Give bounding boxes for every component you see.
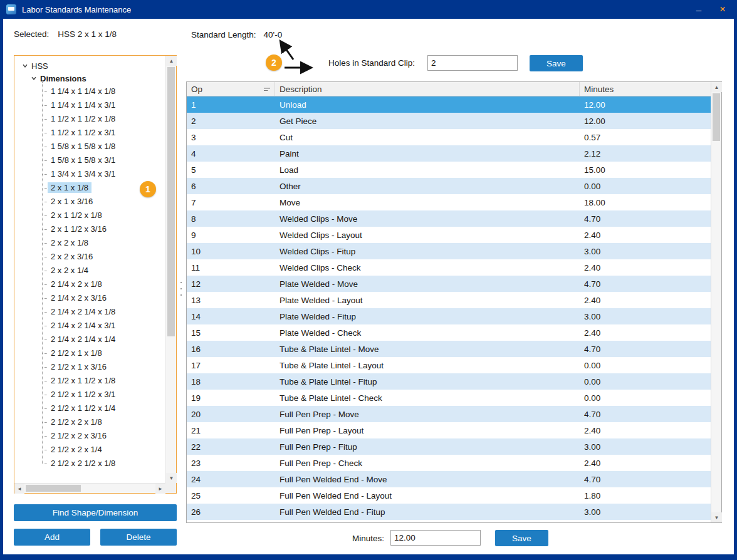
table-row[interactable]: 20Full Pen Prep - Move4.70 [187,406,711,422]
table-row[interactable]: 17Tube & Plate Lintel - Layout0.00 [187,357,711,373]
table-row[interactable]: 23Full Pen Prep - Check2.40 [187,455,711,471]
tree-item[interactable]: 2 x 1 1/2 x 1/8 [14,209,165,222]
tree-item-label: 1 1/2 x 1 1/2 x 3/1 [48,127,118,138]
minutes-input[interactable] [390,530,481,546]
table-row[interactable]: 7Move18.00 [187,194,711,210]
tree-item[interactable]: 2 x 1 1/2 x 3/16 [14,222,165,236]
tree-item[interactable]: 2 x 2 x 1/4 [14,264,165,277]
table-row[interactable]: 5Load15.00 [187,162,711,178]
chevron-down-icon [22,63,28,69]
table-row[interactable]: 19Tube & Plate Lintel - Check0.00 [187,390,711,406]
tree-item-label: 2 1/2 x 2 x 1/4 [48,444,105,455]
desc-cell: Other [275,182,580,191]
tree-item[interactable]: 2 1/2 x 2 x 3/16 [14,429,165,443]
column-header-op[interactable]: Op [187,82,275,96]
tree-item[interactable]: 1 5/8 x 1 5/8 x 3/1 [14,153,165,167]
tree-item[interactable]: 2 1/2 x 1 1/2 x 1/8 [14,374,165,388]
tree-hscroll-thumb[interactable] [26,485,81,492]
tree-node-dimensions[interactable]: Dimensions [14,72,165,85]
add-button[interactable]: Add [14,529,90,546]
grid-vscroll-thumb[interactable] [713,93,720,141]
tree-item-label: 2 1/2 x 1 x 3/16 [48,361,110,372]
op-cell: 7 [187,198,275,207]
column-header-minutes[interactable]: Minutes [580,82,711,96]
tree-item[interactable]: 2 1/4 x 2 x 3/16 [14,291,165,305]
table-row[interactable]: 13Plate Welded - Layout2.40 [187,292,711,308]
tree-item-label: 2 x 1 1/2 x 3/16 [48,224,110,234]
table-row[interactable]: 4Paint2.12 [187,145,711,162]
table-row[interactable]: 18Tube & Plate Lintel - Fitup0.00 [187,373,711,390]
tree-item-label: 1 1/4 x 1 1/4 x 1/8 [48,86,118,96]
table-row[interactable]: 16Tube & Plate Lintel - Move4.70 [187,341,711,357]
table-row[interactable]: 14Plate Welded - Fitup3.00 [187,308,711,324]
table-row[interactable]: 15Plate Welded - Check2.40 [187,324,711,341]
tree-item[interactable]: 1 1/2 x 1 1/2 x 1/8 [14,112,165,126]
tree-item[interactable]: 2 1/4 x 2 1/4 x 3/1 [14,319,165,333]
tree-item[interactable]: 1 1/2 x 1 1/2 x 3/1 [14,126,165,140]
save-holes-button[interactable]: Save [530,55,583,71]
op-cell: 8 [187,214,275,224]
tree-item[interactable]: 1 3/4 x 1 3/4 x 3/1 [14,167,165,181]
table-row[interactable]: 22Full Pen Prep - Fitup3.00 [187,438,711,455]
shape-tree: HSS Dimensions 1 1/4 x 1 1/4 x 1/81 1/4 … [14,56,165,483]
table-row[interactable]: 1Unload12.00 [187,96,711,113]
close-button[interactable]: × [712,0,733,19]
splitter-handle[interactable] [179,282,183,296]
tree-horizontal-scrollbar[interactable]: ◄ ► [14,483,165,493]
find-shape-dimension-button[interactable]: Find Shape/Dimension [14,504,177,521]
tree-item[interactable]: 2 x 2 x 3/16 [14,250,165,264]
table-row[interactable]: 11Welded Clips - Check2.40 [187,259,711,276]
tree-item[interactable]: 2 x 1 x 3/16 [14,195,165,209]
tree-vscroll-thumb[interactable] [167,67,175,336]
table-row[interactable]: 9Welded Clips - Layout2.40 [187,227,711,243]
column-header-description[interactable]: Description [275,82,580,96]
selected-shape-line: Selected:HSS 2 x 1 x 1/8 [14,29,117,39]
grid-vertical-scrollbar[interactable]: ▲ ▼ [711,82,721,522]
scroll-left-icon[interactable]: ◄ [14,484,24,494]
tree-item[interactable]: 2 1/2 x 1 x 1/8 [14,346,165,360]
minimize-button[interactable]: – [688,0,709,19]
tree-item[interactable]: 2 1/4 x 2 1/4 x 1/4 [14,333,165,346]
table-row[interactable]: 8Welded Clips - Move4.70 [187,210,711,227]
tree-item[interactable]: 2 1/4 x 2 x 1/8 [14,277,165,291]
tree-node-hss[interactable]: HSS [14,60,165,72]
op-cell: 9 [187,231,275,240]
op-cell: 25 [187,491,275,500]
tree-item[interactable]: 1 5/8 x 1 5/8 x 1/8 [14,140,165,153]
scroll-up-icon[interactable]: ▲ [711,82,722,92]
table-row[interactable]: 3Cut0.57 [187,129,711,145]
tree-item[interactable]: 2 1/2 x 1 x 3/16 [14,360,165,374]
save-minutes-button[interactable]: Save [495,530,548,546]
scroll-right-icon[interactable]: ► [155,484,165,494]
table-row[interactable]: 24Full Pen Welded End - Move4.70 [187,471,711,487]
desc-cell: Unload [275,100,580,110]
tree-item[interactable]: 2 1/4 x 2 1/4 x 1/8 [14,305,165,319]
tree-item-label: 2 x 2 x 1/4 [48,265,91,276]
tree-item[interactable]: 2 1/2 x 1 1/2 x 3/1 [14,388,165,402]
minutes-cell: 15.00 [580,165,711,175]
table-row[interactable]: 10Welded Clips - Fitup3.00 [187,243,711,259]
desc-cell: Full Pen Welded End - Move [275,475,580,484]
scroll-up-icon[interactable]: ▲ [166,56,177,66]
tree-item[interactable]: 2 1/2 x 2 x 1/8 [14,415,165,429]
tree-item[interactable]: 2 1/2 x 1 1/2 x 1/4 [14,402,165,415]
scroll-down-icon[interactable]: ▼ [711,512,722,522]
desc-cell: Tube & Plate Lintel - Layout [275,361,580,370]
table-row[interactable]: 12Plate Welded - Move4.70 [187,276,711,292]
op-cell: 21 [187,426,275,435]
desc-cell: Load [275,165,580,175]
table-row[interactable]: 21Full Pen Prep - Layout2.40 [187,422,711,438]
scroll-down-icon[interactable]: ▼ [166,473,177,483]
holes-in-standard-clip-input[interactable] [427,55,518,71]
delete-button[interactable]: Delete [100,529,177,546]
tree-item[interactable]: 1 1/4 x 1 1/4 x 1/8 [14,85,165,98]
tree-vertical-scrollbar[interactable]: ▲ ▼ [165,56,176,483]
table-row[interactable]: 26Full Pen Welded End - Fitup3.00 [187,504,711,520]
table-row[interactable]: 25Full Pen Welded End - Layout1.80 [187,487,711,504]
tree-item[interactable]: 2 1/2 x 2 1/2 x 1/8 [14,457,165,470]
table-row[interactable]: 2Get Piece12.00 [187,113,711,129]
tree-item[interactable]: 1 1/4 x 1 1/4 x 3/1 [14,98,165,112]
table-row[interactable]: 6Other0.00 [187,178,711,194]
tree-item[interactable]: 2 x 2 x 1/8 [14,236,165,250]
tree-item[interactable]: 2 1/2 x 2 x 1/4 [14,443,165,457]
